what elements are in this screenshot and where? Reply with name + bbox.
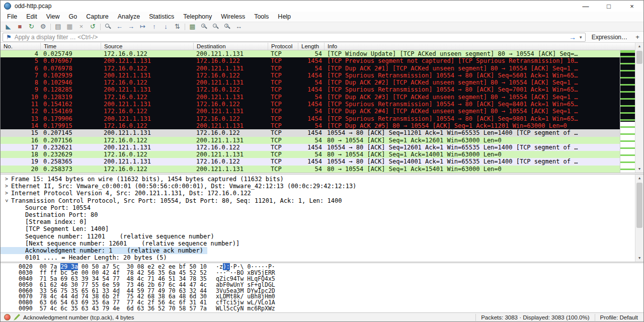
display-filter-field[interactable]: ⚑ → ▾ — [3, 33, 586, 42]
packet-cell-len: 54 — [298, 122, 325, 129]
packet-row[interactable]: 150.207145200.121.1.131172.16.0.122TCP14… — [1, 129, 643, 136]
expert-info-icon[interactable] — [4, 314, 11, 320]
packet-list-scrollbar-track[interactable] — [635, 50, 643, 166]
scroll-up-icon[interactable]: ▲ — [635, 43, 643, 50]
menu-edit[interactable]: Edit — [22, 12, 42, 22]
detail-line[interactable]: >Frame 15: 1454 bytes on wire (11632 bit… — [1, 176, 643, 183]
scroll-up-icon[interactable]: ▲ — [635, 175, 643, 182]
detail-line[interactable]: >Ethernet II, Src: Vmware_c0:00:01 (00:5… — [1, 183, 643, 190]
detail-line[interactable]: >Transmission Control Protocol, Src Port… — [1, 197, 643, 204]
go-to-packet-icon[interactable]: ↦ — [137, 22, 148, 31]
hex-row[interactable]: 009057 4c 6c 35 63 43 79 4e 6d 63 36 52 … — [19, 306, 643, 312]
packet-row[interactable]: 60.076978172.16.0.122200.121.1.131TCP54[… — [1, 65, 643, 72]
menu-file[interactable]: File — [3, 12, 22, 22]
packet-row[interactable]: 50.076967200.121.1.131172.16.0.122TCP145… — [1, 57, 643, 64]
add-filter-button[interactable]: + — [633, 33, 641, 41]
capture-comment-icon[interactable] — [14, 314, 20, 320]
apply-filter-icon[interactable]: → — [567, 33, 579, 41]
packet-row[interactable]: 130.179906200.121.1.131172.16.0.122TCP14… — [1, 115, 643, 122]
column-header-source[interactable]: Source — [101, 43, 194, 50]
packet-row[interactable]: 110.154162200.121.1.131172.16.0.122TCP14… — [1, 101, 643, 108]
filter-bookmark-icon[interactable]: ⚑ — [3, 33, 15, 41]
zoom-out-icon[interactable]: − — [210, 22, 221, 31]
packet-row[interactable]: 70.102939200.121.1.131172.16.0.122TCP145… — [1, 72, 643, 79]
detail-line[interactable]: Destination Port: 80 — [1, 211, 643, 218]
details-scrollbar-track[interactable] — [635, 182, 643, 255]
minimize-button[interactable]: — — [574, 1, 597, 12]
detail-line[interactable]: 0101 .... = Header Length: 20 bytes (5) — [1, 254, 643, 261]
go-first-icon[interactable]: ↑ — [148, 22, 160, 31]
expand-arrow-icon[interactable]: > — [4, 183, 10, 190]
filter-dropdown-caret-icon[interactable]: ▾ — [579, 35, 585, 40]
detail-line[interactable]: Sequence number: 11201 (relative sequenc… — [1, 233, 643, 240]
menu-analyze[interactable]: Analyze — [113, 12, 144, 22]
menu-statistics[interactable]: Statistics — [144, 12, 179, 22]
packet-row[interactable]: 160.207156172.16.0.122200.121.1.131TCP54… — [1, 137, 643, 144]
detail-line[interactable]: >Internet Protocol Version 4, Src: 200.1… — [1, 190, 643, 197]
detail-line[interactable]: Acknowledgment number: 1 (relative ack n… — [1, 247, 207, 254]
close-file-icon[interactable]: × — [75, 22, 87, 31]
packet-row[interactable]: 140.179915172.16.0.122200.121.1.131TCP54… — [1, 122, 643, 129]
packet-row[interactable]: 120.154169172.16.0.122200.121.1.131TCP54… — [1, 108, 643, 115]
auto-scroll-icon[interactable]: ⇅ — [172, 22, 183, 31]
expand-arrow-icon[interactable]: > — [4, 176, 10, 183]
packet-list-scrollbar-thumb[interactable] — [636, 51, 642, 64]
packet-row[interactable]: 40.025749172.16.0.122200.121.1.131TCP54[… — [1, 50, 643, 57]
go-back-icon[interactable]: ← — [114, 22, 125, 31]
hex-ascii: WLl5cCyN mc6RpXWz — [216, 305, 275, 312]
resize-columns-icon[interactable]: ↔ — [233, 22, 245, 31]
menu-telephony[interactable]: Telephony — [179, 12, 216, 22]
menu-wireless[interactable]: Wireless — [216, 12, 250, 22]
titlebar[interactable]: odd-http.pcap —□× — [1, 1, 643, 12]
scroll-down-icon[interactable]: ▼ — [635, 166, 643, 173]
collapse-arrow-icon[interactable]: > — [3, 198, 10, 204]
menu-view[interactable]: View — [42, 12, 64, 22]
column-header-info[interactable]: Info — [325, 43, 643, 50]
start-capture-icon[interactable]: ◣ — [3, 22, 14, 31]
detail-line[interactable]: Source Port: 10554 — [1, 204, 643, 211]
packet-row[interactable]: 90.128285200.121.1.131172.16.0.122TCP145… — [1, 86, 643, 93]
packet-row[interactable]: 170.232621200.121.1.131172.16.0.122TCP14… — [1, 144, 643, 151]
column-header-length[interactable]: Length — [298, 43, 325, 50]
packet-list-scrollbar[interactable]: ▲ ▼ — [635, 43, 643, 173]
profile-status[interactable]: Profile: Default — [600, 314, 640, 320]
packet-cell-dst: 172.16.0.122 — [194, 101, 268, 108]
scroll-down-icon[interactable]: ▼ — [635, 255, 643, 262]
column-header-no[interactable]: No. — [1, 43, 41, 50]
detail-line[interactable]: [Stream index: 0] — [1, 218, 643, 225]
expression-button[interactable]: Expression… — [588, 33, 631, 42]
open-file-icon[interactable]: ▤ — [52, 22, 64, 31]
details-scrollbar-thumb[interactable] — [636, 183, 642, 228]
packet-minimap-scrollbar[interactable] — [620, 50, 635, 173]
go-last-icon[interactable]: ↓ — [160, 22, 172, 31]
details-scrollbar[interactable]: ▲ ▼ — [635, 175, 643, 262]
stop-capture-icon[interactable]: ■ — [14, 22, 26, 31]
zoom-in-icon[interactable]: + — [198, 22, 210, 31]
column-header-time[interactable]: Time — [41, 43, 101, 50]
display-filter-input[interactable] — [15, 34, 567, 41]
expand-arrow-icon[interactable]: > — [4, 190, 10, 197]
go-forward-icon[interactable]: → — [125, 22, 137, 31]
colorize-icon[interactable]: ▩ — [187, 22, 198, 31]
detail-line[interactable]: [Next sequence number: 12601 (relative s… — [1, 240, 643, 247]
packet-row[interactable]: 80.102946172.16.0.122200.121.1.131TCP54[… — [1, 79, 643, 86]
close-button[interactable]: × — [620, 1, 643, 12]
detail-line[interactable]: [TCP Segment Len: 1400] — [1, 225, 643, 232]
menu-tools[interactable]: Tools — [250, 12, 273, 22]
column-header-destination[interactable]: Destination — [194, 43, 268, 50]
packet-row[interactable]: 100.128319172.16.0.122200.121.1.131TCP54… — [1, 94, 643, 101]
packet-row[interactable]: 200.258373172.16.0.122200.121.1.131TCP54… — [1, 166, 643, 173]
capture-options-icon[interactable]: ⚙ — [37, 22, 49, 31]
save-file-icon[interactable]: ▦ — [64, 22, 75, 31]
menu-go[interactable]: Go — [64, 12, 82, 22]
find-packet-icon[interactable] — [102, 22, 114, 31]
restart-capture-icon[interactable]: ↻ — [26, 22, 37, 31]
reload-file-icon[interactable]: ↺ — [87, 22, 99, 31]
packet-row[interactable]: 190.258365200.121.1.131172.16.0.122TCP14… — [1, 158, 643, 165]
menu-capture[interactable]: Capture — [82, 12, 113, 22]
menu-help[interactable]: Help — [273, 12, 295, 22]
column-header-protocol[interactable]: Protocol — [268, 43, 298, 50]
zoom-original-icon[interactable]: 1 — [221, 22, 233, 31]
packet-row[interactable]: 180.232629172.16.0.122200.121.1.131TCP54… — [1, 151, 643, 158]
maximize-button[interactable]: □ — [597, 1, 620, 12]
